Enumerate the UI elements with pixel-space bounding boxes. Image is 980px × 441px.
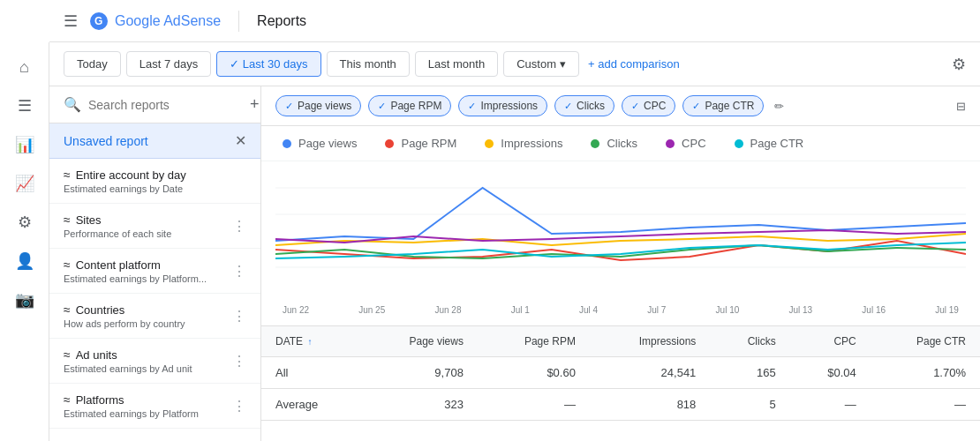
legend-item-3: Clicks	[591, 137, 637, 150]
nav-article-icon[interactable]: ☰	[7, 88, 42, 123]
chip-clicks[interactable]: ✓ Clicks	[554, 95, 614, 116]
sidebar-item-0[interactable]: ≈ Entire account by day Estimated earnin…	[49, 159, 260, 204]
legend-item-1: Page RPM	[385, 137, 456, 150]
sidebar-item-subtitle-5: Estimated earnings by Platform	[64, 408, 232, 419]
nav-person-icon[interactable]: 👤	[7, 243, 42, 279]
sort-icon: ↑	[307, 337, 312, 347]
check-icon-4: ✓	[631, 101, 639, 112]
more-options-icon-3[interactable]: ⋮	[232, 308, 246, 325]
cell-pagectr-all: 1.70%	[871, 357, 980, 389]
wavy-icon-3: ≈	[64, 303, 71, 317]
close-icon[interactable]: ✕	[235, 132, 246, 149]
chart-container: Jun 22 Jun 25 Jun 28 Jul 1 Jul 4 Jul 7 J…	[261, 161, 980, 325]
check-icon-2: ✓	[468, 101, 476, 112]
sidebar-item-subtitle-1: Performance of each site	[64, 228, 232, 239]
date-btn-today[interactable]: Today	[64, 51, 121, 77]
col-page-views[interactable]: Page views	[361, 326, 478, 357]
left-navigation: ⌂ ☰ 📊 📈 ⚙ 👤 📷	[0, 42, 49, 441]
cell-pagectr-avg: —	[871, 389, 980, 421]
x-label-2: Jun 28	[434, 305, 461, 315]
legend-dot-3	[591, 139, 599, 148]
col-page-ctr[interactable]: Page CTR	[871, 326, 980, 357]
nav-home-icon[interactable]: ⌂	[7, 49, 42, 85]
legend-dot-4	[666, 139, 675, 148]
chip-label-1: Page RPM	[390, 100, 441, 112]
cell-impressions-avg: 818	[590, 389, 710, 421]
col-date[interactable]: DATE ↑	[261, 326, 361, 357]
top-header: ☰ G Google AdSense Reports	[49, 0, 980, 42]
date-btn-lastmonth[interactable]: Last month	[415, 51, 498, 77]
date-filter-bar: Today Last 7 days Last 30 days This mont…	[49, 42, 980, 86]
chip-page-ctr[interactable]: ✓ Page CTR	[682, 95, 764, 116]
brand: G Google AdSense	[88, 11, 221, 32]
add-comparison-btn[interactable]: + add comparison	[588, 57, 680, 71]
date-btn-last30[interactable]: Last 30 days	[216, 51, 320, 77]
date-btn-thismonth[interactable]: This month	[327, 51, 410, 77]
legend-label-5: Page CTR	[750, 137, 804, 150]
chip-label-0: Page views	[298, 100, 351, 112]
nav-camera-icon[interactable]: 📷	[7, 282, 42, 318]
col-clicks[interactable]: Clicks	[710, 326, 789, 357]
cell-date-avg: Average	[261, 389, 361, 421]
chevron-down-icon: ▾	[560, 57, 566, 71]
nav-settings-icon[interactable]: ⚙	[7, 205, 42, 240]
check-icon-1: ✓	[378, 101, 386, 112]
cell-pagerpm-avg: —	[478, 389, 590, 421]
sidebar-item-4[interactable]: ≈ Ad units Estimated earnings by Ad unit…	[49, 339, 260, 384]
more-options-icon-5[interactable]: ⋮	[232, 398, 246, 415]
chip-cpc[interactable]: ✓ CPC	[622, 95, 675, 116]
hamburger-icon[interactable]: ☰	[64, 11, 78, 31]
svg-text:G: G	[94, 15, 102, 27]
legend-item-2: Impressions	[485, 137, 562, 150]
chip-label-3: Clicks	[577, 100, 605, 112]
more-options-icon-2[interactable]: ⋮	[232, 263, 246, 280]
sidebar-item-1[interactable]: ≈ Sites Performance of each site ⋮	[49, 204, 260, 249]
sidebar-item-content-2: ≈ Content platform Estimated earnings by…	[64, 258, 232, 284]
sidebar-item-content-1: ≈ Sites Performance of each site	[64, 213, 232, 239]
sidebar-item-content-5: ≈ Platforms Estimated earnings by Platfo…	[64, 392, 232, 419]
sidebar-item-title-2: ≈ Content platform	[64, 258, 232, 272]
sidebar-item-subtitle-0: Estimated earnings by Date	[64, 183, 246, 194]
chip-page-views[interactable]: ✓ Page views	[275, 95, 361, 116]
sidebar-item-2[interactable]: ≈ Content platform Estimated earnings by…	[49, 249, 260, 294]
legend-label-4: CPC	[682, 137, 705, 150]
metric-chips-bar: ✓ Page views ✓ Page RPM ✓ Impressions ✓ …	[261, 86, 980, 126]
filter-icon[interactable]: ⊟	[956, 100, 966, 113]
sidebar-item-subtitle-3: How ads perform by country	[64, 318, 232, 329]
x-label-5: Jul 7	[647, 305, 666, 315]
nav-chart-icon[interactable]: 📊	[7, 127, 42, 162]
line-chart	[275, 161, 966, 303]
more-options-icon-1[interactable]: ⋮	[232, 218, 246, 235]
settings-gear-icon[interactable]: ⚙	[952, 55, 966, 74]
chip-page-rpm[interactable]: ✓ Page RPM	[368, 95, 451, 116]
date-btn-last7[interactable]: Last 7 days	[126, 51, 212, 77]
search-input[interactable]	[88, 98, 243, 112]
cell-pageviews-avg: 323	[361, 389, 478, 421]
chip-impressions[interactable]: ✓ Impressions	[458, 95, 547, 116]
legend-dot-1	[385, 139, 394, 148]
unsaved-report-label: Unsaved report	[64, 134, 148, 148]
cell-cpc-avg: —	[790, 389, 871, 421]
add-report-icon[interactable]: +	[250, 95, 260, 114]
nav-trending-icon[interactable]: 📈	[7, 166, 42, 201]
col-impressions[interactable]: Impressions	[590, 326, 710, 357]
wavy-icon-1: ≈	[64, 213, 71, 227]
sidebar-item-title-3: ≈ Countries	[64, 303, 232, 317]
custom-label: Custom	[516, 57, 556, 71]
table-row-all: All 9,708 $0.60 24,541 165 $0.04 1.70%	[261, 357, 980, 389]
sidebar-item-content-3: ≈ Countries How ads perform by country	[64, 303, 232, 329]
sidebar-item-content-0: ≈ Entire account by day Estimated earnin…	[64, 168, 246, 194]
data-table: DATE ↑ Page views Page RPM Impressions C…	[261, 325, 980, 421]
cell-clicks-avg: 5	[710, 389, 789, 421]
more-options-icon-4[interactable]: ⋮	[232, 353, 246, 370]
legend-item-5: Page CTR	[735, 137, 804, 150]
sidebar-item-5[interactable]: ≈ Platforms Estimated earnings by Platfo…	[49, 384, 260, 429]
date-btn-custom[interactable]: Custom ▾	[503, 51, 579, 77]
col-page-rpm[interactable]: Page RPM	[478, 326, 590, 357]
sidebar-item-title-4: ≈ Ad units	[64, 348, 232, 362]
sidebar-item-3[interactable]: ≈ Countries How ads perform by country ⋮	[49, 294, 260, 339]
col-cpc[interactable]: CPC	[790, 326, 871, 357]
chart-legend: Page views Page RPM Impressions Clicks C…	[261, 126, 980, 161]
x-label-6: Jul 10	[716, 305, 740, 315]
edit-metrics-icon[interactable]: ✏	[774, 100, 784, 113]
